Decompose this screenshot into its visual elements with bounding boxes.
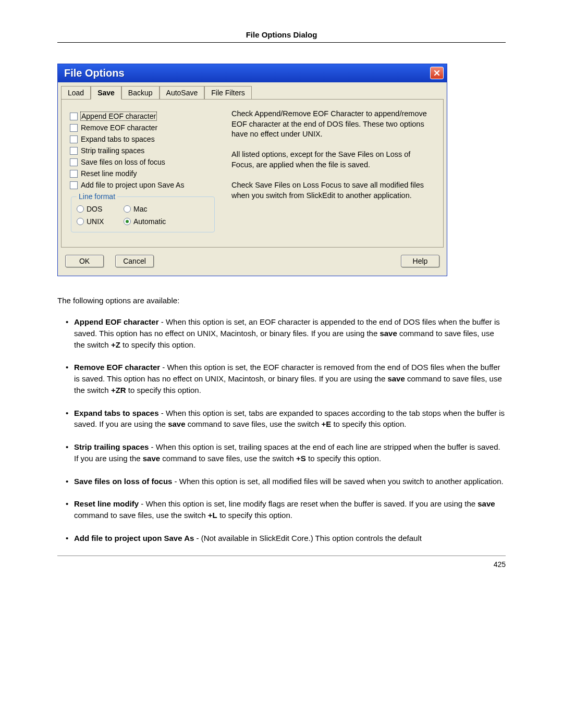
file-options-dialog: File Options Load Save Backup AutoSave F… [57,64,447,276]
dialog-titlebar: File Options [58,64,447,82]
checkbox-label: Strip trailing spaces [81,146,144,155]
tab-bar: Load Save Backup AutoSave File Filters [58,82,447,99]
close-icon [434,70,440,76]
checkbox-label: Append EOF character [81,112,156,120]
close-button[interactable] [430,67,444,79]
checkbox-label: Remove EOF character [81,124,157,132]
help-text-panel: Check Append/Remove EOF Character to app… [231,109,435,232]
checkbox-icon [70,124,78,132]
page-number: 425 [57,560,506,569]
checkbox-save-on-focus-loss[interactable]: Save files on loss of focus [70,158,216,166]
option-item: Append EOF character - When this option … [66,316,506,350]
header-rule [57,42,506,43]
radio-label: UNIX [87,217,104,226]
checkbox-add-to-project[interactable]: Add file to project upon Save As [70,181,216,189]
checkbox-icon [70,135,78,143]
option-title: Strip trailing spaces [74,442,149,451]
help-button[interactable]: Help [401,255,439,267]
option-item: Reset line modify - When this option is … [66,498,506,521]
checkbox-icon [70,181,78,189]
option-item: Save files on loss of focus - When this … [66,476,506,487]
option-title: Expand tabs to spaces [74,409,159,417]
option-title: Add file to project upon Save As [74,534,194,542]
checkbox-reset-line-modify[interactable]: Reset line modify [70,169,216,178]
option-title: Save files on loss of focus [74,477,172,486]
checkbox-icon [70,158,78,166]
radio-label: Automatic [133,217,166,226]
option-item: Remove EOF character - When this option … [66,362,506,396]
line-format-group: Line format DOS Mac [71,192,215,232]
page-title: File Options Dialog [57,30,506,39]
tab-autosave[interactable]: AutoSave [160,86,205,100]
help-paragraph: All listed options, except for the Save … [231,150,435,170]
tab-panel-save: Append EOF character Remove EOF characte… [61,99,444,248]
option-item: Expand tabs to spaces - When this option… [66,408,506,430]
footer-rule [57,556,506,556]
option-title: Remove EOF character [74,363,160,372]
checkbox-label: Save files on loss of focus [81,158,165,166]
dialog-button-row: OK Cancel Help [58,248,447,276]
ok-button[interactable]: OK [65,255,104,267]
body-content: The following options are available: App… [57,295,506,544]
radio-icon [124,205,131,213]
option-title: Reset line modify [74,499,139,508]
radio-unix[interactable]: UNIX [77,217,124,226]
help-paragraph: Check Append/Remove EOF Character to app… [231,109,435,140]
option-item: Add file to project upon Save As - (Not … [66,533,506,544]
radio-automatic[interactable]: Automatic [124,217,197,226]
checkbox-remove-eof[interactable]: Remove EOF character [70,124,216,132]
dialog-title: File Options [64,67,125,79]
checkbox-icon [70,170,78,178]
cancel-button[interactable]: Cancel [115,255,154,267]
intro-text: The following options are available: [57,295,506,306]
dialog-screenshot: File Options Load Save Backup AutoSave F… [57,64,506,276]
checkbox-icon [70,147,78,155]
option-item: Strip trailing spaces - When this option… [66,441,506,464]
radio-label: Mac [133,205,147,213]
radio-mac[interactable]: Mac [124,205,197,213]
checkbox-strip-trailing[interactable]: Strip trailing spaces [70,146,216,155]
tab-backup[interactable]: Backup [121,86,160,100]
radio-label: DOS [87,205,102,213]
help-paragraph: Check Save Files on Loss Focus to save a… [231,180,435,201]
tab-file-filters[interactable]: File Filters [204,86,252,100]
checkbox-append-eof[interactable]: Append EOF character [70,112,216,120]
tab-load[interactable]: Load [61,86,91,100]
checkbox-label: Reset line modify [81,169,137,178]
checkbox-label: Expand tabs to spaces [81,135,155,143]
tab-save[interactable]: Save [91,86,121,100]
checkbox-label: Add file to project upon Save As [81,181,184,189]
line-format-legend: Line format [77,192,117,201]
option-title: Append EOF character [74,317,159,326]
radio-icon [77,205,84,213]
checkbox-icon [70,113,78,120]
radio-icon [77,218,84,225]
checkbox-expand-tabs[interactable]: Expand tabs to spaces [70,135,216,143]
radio-dot-icon [126,220,129,223]
radio-icon [124,218,131,225]
radio-dos[interactable]: DOS [77,205,124,213]
